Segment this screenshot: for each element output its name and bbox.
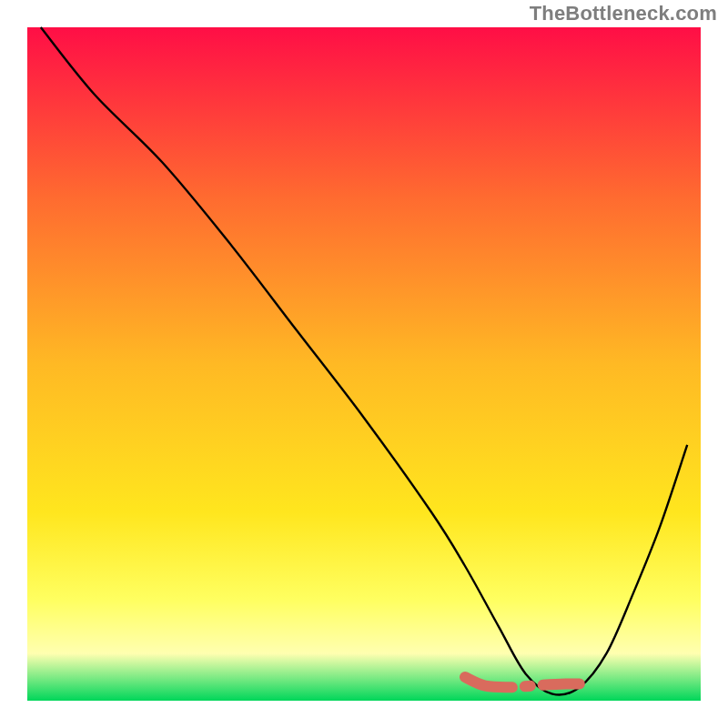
bottleneck-chart: [0, 0, 728, 728]
